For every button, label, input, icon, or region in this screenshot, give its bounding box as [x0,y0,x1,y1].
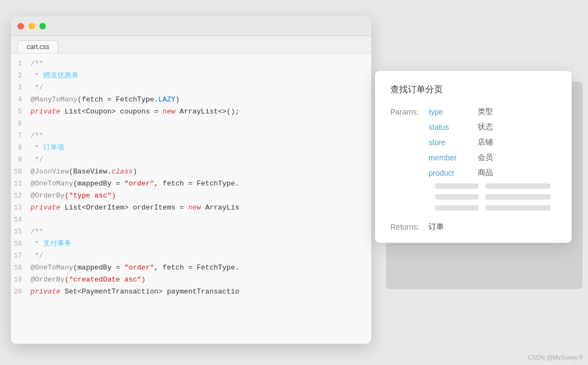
code-line: 7/** [11,130,371,142]
line-content: /** [31,58,43,70]
placeholder-bar [435,205,479,211]
param-value: 类型 [478,107,493,117]
param-row: member会员 [390,150,556,165]
returns-row: Returns: 订单 [390,216,556,232]
code-line: 13private List<OrderItem> orderItems = n… [11,202,371,214]
code-line: 2 * 赠送优惠券 [11,70,371,82]
code-line: 18@OneToMany(mappedBy = "order", fetch =… [11,262,371,274]
code-line: 19@OrderBy("createdDate asc") [11,274,371,286]
params-label: Params: [390,107,429,116]
line-number: 1 [11,58,31,70]
code-area: 1/**2 * 赠送优惠券3 */4@ManyToMany(fetch = Fe… [11,53,371,302]
line-number: 7 [11,130,31,142]
line-number: 6 [11,118,31,130]
watermark: CSDN @MySunny ff [528,354,583,361]
code-line: 3 */ [11,82,371,94]
line-content: * 支付事务 [31,238,72,250]
editor-window: cart.css 1/**2 * 赠送优惠券3 */4@ManyToMany(f… [11,16,371,344]
code-line: 5private List<Coupon> coupons = new Arra… [11,106,371,118]
popup-title: 查找订单分页 [390,84,556,95]
param-key: store [429,138,478,147]
param-value: 会员 [478,153,493,163]
line-content: @JsonView(BaseView.class) [31,166,137,178]
code-line: 1/** [11,58,371,70]
params-table: Params:type类型status状态store店铺member会员prod… [390,104,556,213]
tab-label: cart.css [27,43,49,51]
code-line: 14 [11,214,371,226]
param-value: 状态 [478,122,493,132]
line-content [31,214,35,226]
code-line: 6 [11,118,371,130]
param-key: type [429,107,478,116]
param-row: status状态 [390,119,556,135]
code-line: 8 * 订单项 [11,142,371,154]
tab-area: cart.css [11,36,371,53]
line-content: private Set<PaymentTransaction> paymentT… [31,286,239,298]
line-number: 18 [11,262,31,274]
line-content: @ManyToMany(fetch = FetchType.LAZY) [31,94,180,106]
line-number: 8 [11,142,31,154]
line-number: 20 [11,286,31,298]
line-number: 15 [11,226,31,238]
line-content: */ [31,82,43,94]
line-content: */ [31,250,43,262]
line-content: private List<Coupon> coupons = new Array… [31,106,239,118]
close-dot[interactable] [17,23,24,29]
line-number: 2 [11,70,31,82]
line-content: @OrderBy("createdDate asc") [31,274,146,286]
line-content: private List<OrderItem> orderItems = new… [31,202,239,214]
line-number: 12 [11,190,31,202]
line-number: 13 [11,202,31,214]
returns-value: 订单 [429,222,444,232]
placeholder-bar [435,194,479,200]
line-number: 19 [11,274,31,286]
code-line: 17 */ [11,250,371,262]
line-number: 5 [11,106,31,118]
code-line: 10@JsonView(BaseView.class) [11,166,371,178]
param-row: store店铺 [390,135,556,150]
line-content: @OrderBy("type asc") [31,190,116,202]
line-content: * 订单项 [31,142,64,154]
placeholder-bar [485,194,551,200]
line-number: 3 [11,82,31,94]
code-line: 12@OrderBy("type asc") [11,190,371,202]
line-content: /** [31,130,43,142]
param-value: 店铺 [478,137,493,147]
titlebar [11,16,371,36]
maximize-dot[interactable] [39,23,46,29]
line-number: 4 [11,94,31,106]
file-tab[interactable]: cart.css [17,40,58,53]
placeholder-bar [485,183,551,189]
param-key: status [429,123,478,131]
line-number: 14 [11,214,31,226]
placeholder-bar [435,183,479,189]
param-row: product商品 [390,165,556,181]
placeholder-row [390,181,556,192]
line-number: 10 [11,166,31,178]
param-key: member [429,153,478,162]
code-line: 20private Set<PaymentTransaction> paymen… [11,286,371,298]
placeholder-row [390,192,556,202]
popup-card: 查找订单分页 Params:type类型status状态store店铺membe… [375,71,572,243]
placeholder-row [390,202,556,213]
param-value: 商品 [478,168,493,178]
returns-label: Returns: [390,223,429,231]
param-key: product [429,169,478,177]
line-content [31,118,35,130]
line-number: 17 [11,250,31,262]
code-line: 16 * 支付事务 [11,238,371,250]
line-content: @OneToMany(mappedBy = "order", fetch = F… [31,262,239,274]
line-content: @OneToMany(mappedBy = "order", fetch = F… [31,178,239,190]
line-number: 16 [11,238,31,250]
minimize-dot[interactable] [28,23,35,29]
param-row: Params:type类型 [390,104,556,119]
line-number: 11 [11,178,31,190]
code-line: 9 */ [11,154,371,166]
code-line: 4@ManyToMany(fetch = FetchType.LAZY) [11,94,371,106]
code-line: 11@OneToMany(mappedBy = "order", fetch =… [11,178,371,190]
placeholder-bar [485,205,551,211]
line-content: /** [31,226,43,238]
line-content: * 赠送优惠券 [31,70,79,82]
line-content: */ [31,154,43,166]
line-number: 9 [11,154,31,166]
